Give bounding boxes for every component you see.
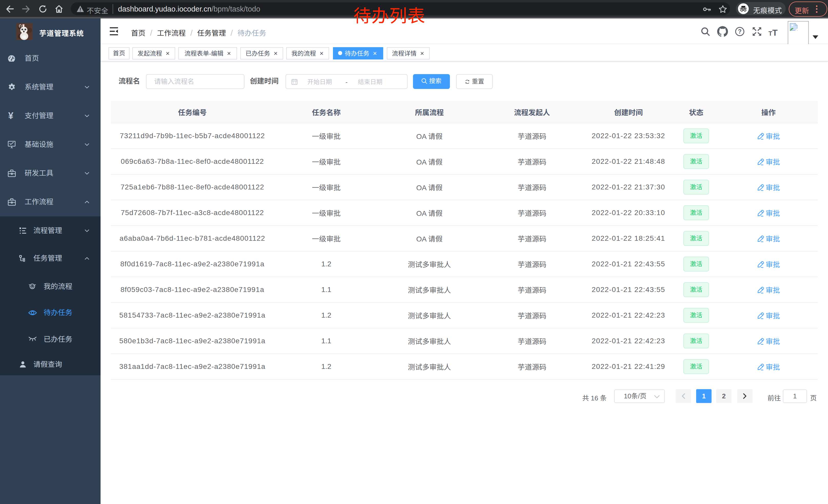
svg-text:?: ? bbox=[738, 28, 742, 35]
